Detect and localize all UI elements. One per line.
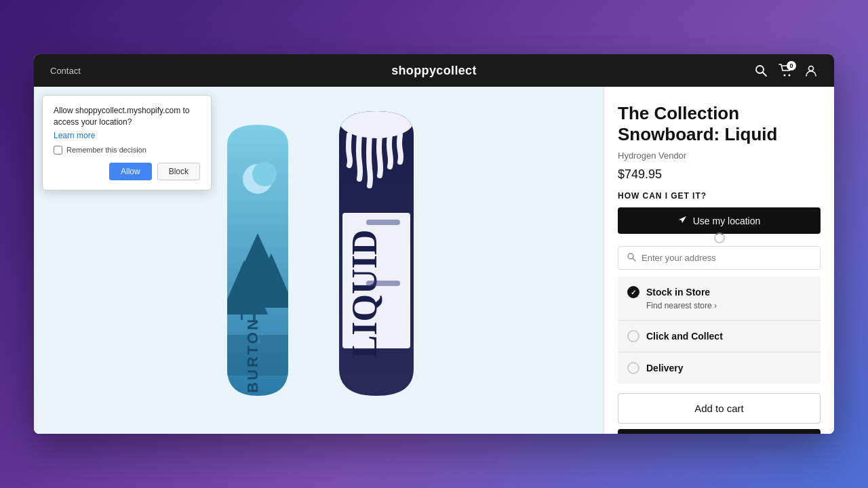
price: $749.95 bbox=[618, 167, 821, 182]
delivery-options: Stock in Store Find nearest store › Clic… bbox=[618, 277, 821, 384]
option-row: Click and Collect bbox=[627, 330, 811, 342]
permission-dialog: Allow shoppycollect.myshopify.com to acc… bbox=[42, 95, 212, 190]
svg-point-6 bbox=[252, 162, 277, 186]
address-input[interactable] bbox=[642, 253, 812, 263]
search-address-icon bbox=[627, 252, 636, 264]
nav-brand: shoppycollect bbox=[391, 64, 477, 78]
nav-right: 0 bbox=[754, 64, 818, 77]
product-panel: The Collection Snowboard: Liquid Hydroge… bbox=[604, 87, 834, 434]
product-title: The Collection Snowboard: Liquid bbox=[618, 103, 821, 145]
stock-radio[interactable] bbox=[627, 286, 639, 298]
delivery-radio[interactable] bbox=[627, 362, 639, 374]
main-content: Allow shoppycollect.myshopify.com to acc… bbox=[34, 87, 834, 434]
remember-label: Remember this decision bbox=[66, 146, 146, 154]
location-arrow-icon bbox=[678, 215, 688, 226]
how-label: HOW CAN I GET IT? bbox=[618, 191, 821, 201]
svg-text:LIQUID: LIQUID bbox=[345, 230, 384, 359]
svg-point-2 bbox=[784, 75, 786, 77]
use-location-button[interactable]: Use my location bbox=[618, 207, 821, 234]
svg-rect-13 bbox=[241, 306, 243, 320]
dialog-title: Allow shoppycollect.myshopify.com to acc… bbox=[54, 105, 200, 128]
option-stock-in-store[interactable]: Stock in Store Find nearest store › bbox=[618, 277, 821, 321]
learn-more-link[interactable]: Learn more bbox=[54, 131, 200, 140]
svg-line-1 bbox=[763, 73, 766, 76]
nav-contact-link[interactable]: Contact bbox=[50, 66, 81, 76]
svg-rect-26 bbox=[366, 220, 400, 225]
browser-window: Contact shoppycollect 0 bbox=[34, 54, 834, 434]
remember-row: Remember this decision bbox=[54, 146, 200, 155]
option-row: Delivery bbox=[627, 362, 811, 374]
vendor: Hydrogen Vendor bbox=[618, 150, 821, 161]
block-button[interactable]: Block bbox=[157, 163, 200, 180]
cart-count: 0 bbox=[787, 61, 796, 70]
cart-icon[interactable]: 0 bbox=[778, 64, 793, 77]
option-row: Stock in Store bbox=[627, 286, 811, 298]
remember-checkbox[interactable] bbox=[54, 146, 62, 155]
find-nearest-store-link[interactable]: Find nearest store › bbox=[646, 301, 811, 310]
search-icon[interactable] bbox=[754, 64, 768, 77]
snowboard-illustrations: BURTON bbox=[207, 125, 431, 396]
svg-point-4 bbox=[809, 66, 814, 71]
use-location-label: Use my location bbox=[693, 216, 761, 226]
option-delivery[interactable]: Delivery bbox=[618, 352, 821, 384]
dialog-btn-row: Allow Block bbox=[54, 163, 200, 180]
svg-point-0 bbox=[756, 66, 764, 73]
product-images: Allow shoppycollect.myshopify.com to acc… bbox=[34, 87, 604, 434]
navbar: Contact shoppycollect 0 bbox=[34, 54, 834, 87]
snowboard-1: BURTON bbox=[207, 125, 309, 396]
address-search-bar[interactable] bbox=[618, 246, 821, 270]
snowboard-2: LIQUID bbox=[322, 111, 431, 396]
svg-rect-27 bbox=[366, 281, 400, 286]
buy-now-button[interactable]: Buy it now bbox=[618, 429, 821, 434]
delivery-label: Delivery bbox=[646, 363, 683, 373]
click-collect-radio[interactable] bbox=[627, 330, 639, 342]
svg-rect-18 bbox=[261, 332, 262, 336]
user-icon[interactable] bbox=[804, 64, 818, 77]
stock-label: Stock in Store bbox=[646, 287, 710, 298]
click-collect-label: Click and Collect bbox=[646, 331, 723, 342]
option-click-collect[interactable]: Click and Collect bbox=[618, 321, 821, 352]
svg-point-3 bbox=[789, 75, 791, 77]
nav-left: Contact bbox=[50, 66, 81, 76]
svg-point-28 bbox=[628, 253, 633, 259]
svg-text:BURTON: BURTON bbox=[244, 317, 261, 393]
add-to-cart-button[interactable]: Add to cart bbox=[618, 393, 821, 424]
loading-spinner bbox=[714, 232, 725, 243]
allow-button[interactable]: Allow bbox=[109, 163, 152, 180]
svg-line-29 bbox=[633, 259, 636, 262]
